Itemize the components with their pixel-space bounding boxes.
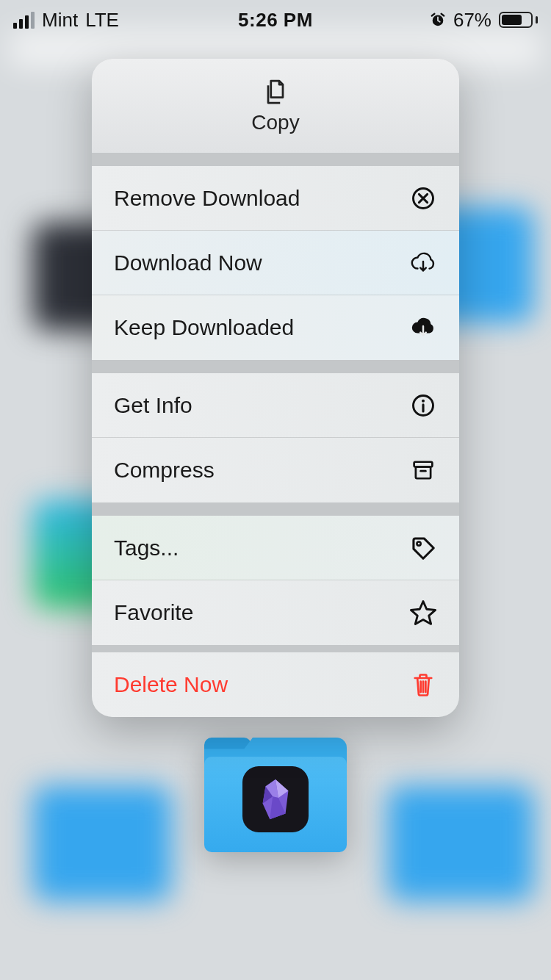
cloud-download-filled-icon — [409, 314, 437, 342]
cloud-download-icon — [409, 249, 437, 277]
menu-item-keep-downloaded[interactable]: Keep Downloaded — [92, 295, 459, 360]
menu-item-delete-now[interactable]: Delete Now — [92, 652, 459, 717]
menu-item-label: Delete Now — [114, 672, 228, 697]
battery-icon — [499, 12, 538, 28]
menu-item-get-info[interactable]: Get Info — [92, 373, 459, 438]
archive-box-icon — [409, 456, 437, 484]
menu-item-compress[interactable]: Compress — [92, 438, 459, 502]
selected-folder-preview[interactable] — [204, 738, 347, 852]
svg-rect-5 — [416, 467, 431, 479]
menu-item-download-now[interactable]: Download Now — [92, 231, 459, 295]
menu-item-copy[interactable]: Copy — [92, 59, 459, 153]
menu-item-label: Keep Downloaded — [114, 315, 294, 340]
star-icon — [409, 599, 437, 627]
menu-item-label: Favorite — [114, 600, 193, 625]
info-icon — [409, 392, 437, 419]
status-bar: Mint LTE 5:26 PM 67% — [0, 0, 551, 32]
menu-item-label: Compress — [114, 458, 215, 483]
menu-item-label: Copy — [251, 111, 299, 134]
context-menu: Copy Remove Download Download Now Keep D… — [92, 59, 459, 717]
menu-item-label: Get Info — [114, 393, 192, 418]
menu-item-favorite[interactable]: Favorite — [92, 580, 459, 645]
svg-point-6 — [417, 541, 420, 545]
obsidian-app-icon — [242, 766, 309, 832]
menu-item-label: Remove Download — [114, 186, 300, 211]
menu-item-tags[interactable]: Tags... — [92, 516, 459, 580]
menu-item-remove-download[interactable]: Remove Download — [92, 166, 459, 231]
svg-point-3 — [422, 399, 425, 402]
remove-download-icon — [409, 184, 437, 212]
menu-item-label: Download Now — [114, 251, 262, 275]
menu-item-label: Tags... — [114, 536, 179, 561]
tag-icon — [409, 534, 437, 562]
status-time: 5:26 PM — [0, 9, 551, 32]
copy-icon — [261, 77, 290, 107]
trash-icon — [409, 671, 437, 699]
